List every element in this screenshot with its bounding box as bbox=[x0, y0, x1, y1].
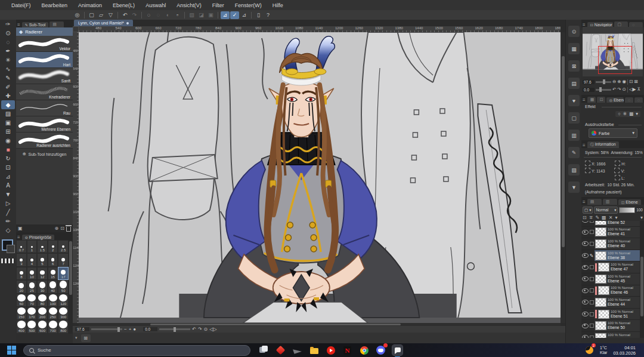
brush-size-120[interactable]: 120 bbox=[58, 294, 69, 307]
ruler-dropdown-icon[interactable]: ▾ bbox=[615, 215, 617, 220]
eye-icon[interactable] bbox=[582, 221, 589, 223]
collapse-chevron-icon[interactable]: ▾ bbox=[75, 336, 78, 340]
layer-visibility-cell[interactable] bbox=[581, 273, 589, 285]
brush-size-70[interactable]: 70 bbox=[27, 294, 38, 307]
save-file-icon[interactable]: ▽ bbox=[106, 11, 115, 19]
new-file-icon[interactable]: ▢ bbox=[87, 11, 96, 19]
layer-row-ebene-52[interactable]: 100 % NormalEbene 52 bbox=[581, 221, 640, 227]
zoom-tool-icon[interactable]: ⊙ bbox=[1, 29, 15, 38]
palette-color-combo[interactable]: ▢▾ bbox=[583, 207, 593, 214]
material-panel-icon[interactable]: ▦ bbox=[568, 43, 580, 54]
layer-thumbnail[interactable] bbox=[598, 263, 609, 272]
clip-studio-paint-icon[interactable] bbox=[392, 345, 402, 355]
invert-selection-icon[interactable]: ◐ bbox=[163, 11, 172, 19]
nav-rotate-right-icon[interactable]: ↷ bbox=[617, 87, 621, 92]
layer-row-ebene-38[interactable]: ✎100 % NormalEbene 38 bbox=[581, 250, 640, 262]
weather-widget[interactable]: 1°CKlar bbox=[600, 346, 607, 355]
brush-size-1.5[interactable]: 1.5 bbox=[37, 240, 48, 253]
layer-thumbnail[interactable] bbox=[595, 239, 606, 248]
brush-size-40[interactable]: 40 bbox=[48, 280, 58, 293]
layer-row-ebene-51[interactable]: 100 % NormalEbene 51 bbox=[581, 309, 640, 321]
layer-visibility-cell[interactable] bbox=[581, 261, 589, 273]
brush-size-400[interactable]: 400 bbox=[16, 320, 27, 333]
eyedropper-tool-icon[interactable]: ✒ bbox=[1, 47, 15, 56]
menu-burger-icon[interactable]: ≡ bbox=[583, 97, 586, 103]
menu-auswahl[interactable]: Auswahl bbox=[140, 2, 171, 8]
eye-icon[interactable] bbox=[582, 276, 589, 281]
tab-stub[interactable]: ▦ bbox=[587, 97, 596, 103]
snap-ruler-icon[interactable]: ⊿ bbox=[221, 11, 230, 19]
eye-icon[interactable] bbox=[582, 335, 589, 338]
color-swatches[interactable] bbox=[2, 239, 14, 255]
subtool-item-vektor[interactable]: Vektor bbox=[16, 36, 73, 52]
discord-icon[interactable] bbox=[376, 345, 386, 355]
help-icon[interactable]: ? bbox=[264, 11, 273, 19]
eye-icon[interactable] bbox=[582, 288, 589, 293]
tab-stub[interactable]: ◌ bbox=[634, 97, 643, 103]
brush-size-200[interactable]: 200 bbox=[37, 307, 48, 320]
layer-filter-icon[interactable]: ▾ bbox=[640, 215, 643, 220]
folder-panel-icon[interactable]: ▢ bbox=[568, 112, 580, 124]
subtool-group-header[interactable]: ◆ Radierer bbox=[16, 27, 73, 36]
brush-size-80[interactable]: 80 bbox=[37, 294, 48, 307]
eye-icon[interactable] bbox=[582, 241, 589, 246]
nav-zoom-in-icon[interactable]: ⊕ bbox=[617, 79, 621, 84]
border-effect-icon[interactable]: ○ bbox=[618, 112, 621, 116]
brush-size-3[interactable]: 3 bbox=[16, 253, 27, 266]
tab-layer-property[interactable]: ◎Ebeneneigenschaft bbox=[606, 97, 624, 103]
nav-zoom-out-icon[interactable]: ⊖ bbox=[612, 79, 616, 84]
layer-visibility-cell[interactable] bbox=[581, 221, 589, 226]
set-ruler-icon[interactable]: ✕ bbox=[609, 215, 613, 220]
layer-row-ebene-46[interactable]: 100 % NormalEbene 46 bbox=[581, 285, 640, 297]
brush-size-50[interactable]: 50 bbox=[58, 280, 69, 293]
redo-icon[interactable]: ↷ bbox=[130, 11, 139, 19]
layer-content[interactable]: 100 % NormalEbene 47 bbox=[595, 261, 640, 273]
nav-fit-icon[interactable]: ⊼ bbox=[637, 87, 640, 92]
timeline-toggle-icon[interactable]: ⊞ bbox=[81, 334, 91, 342]
tab-stub[interactable]: ▤ bbox=[587, 199, 602, 205]
layer-row-ebene-47[interactable]: 100 % NormalEbene 47 bbox=[581, 261, 640, 273]
layer-check-cell[interactable] bbox=[589, 285, 595, 297]
brush-size-15[interactable]: 15 bbox=[48, 267, 58, 280]
figure-tool-icon[interactable]: ▷ bbox=[1, 199, 15, 208]
rotate-left-icon[interactable]: ↶ bbox=[192, 327, 196, 332]
brush-size-250[interactable]: 250 bbox=[48, 307, 58, 320]
layer-row-ebene-45[interactable]: 100 % NormalEbene 45 bbox=[581, 273, 640, 285]
navigator-rotation-slider[interactable] bbox=[596, 89, 611, 91]
tab-stub[interactable]: ◌ bbox=[625, 97, 633, 103]
menu-dateif[interactable]: Datei(F) bbox=[6, 2, 36, 8]
layer-row-ebene-50[interactable]: 100 % NormalEbene 50 bbox=[581, 320, 640, 332]
catalog-panel-icon[interactable]: ▥ bbox=[568, 130, 580, 141]
canvas-vertical-scrollbar[interactable] bbox=[561, 32, 565, 323]
layer-check-cell[interactable]: ✎ bbox=[589, 250, 595, 261]
layer-check-cell[interactable] bbox=[589, 238, 595, 250]
layer-check-cell[interactable] bbox=[589, 227, 595, 238]
task-view-button[interactable] bbox=[259, 345, 269, 355]
eye-icon[interactable] bbox=[582, 265, 589, 270]
brush-size-7[interactable]: 7 bbox=[58, 253, 69, 266]
tab-brush-size[interactable]: ⊖Pinselgröße bbox=[22, 235, 54, 240]
eye-icon[interactable] bbox=[582, 300, 589, 304]
brush-size-800[interactable]: 800 bbox=[58, 320, 69, 333]
layer-content[interactable]: 100 % NormalEbene 44 bbox=[595, 297, 640, 308]
file-explorer-icon[interactable] bbox=[309, 345, 319, 355]
menu-bearbeiten[interactable]: Bearbeiten bbox=[36, 2, 73, 8]
layer-thumbnail[interactable] bbox=[595, 227, 606, 236]
layer-list-scrollbar[interactable] bbox=[640, 221, 644, 338]
weather-icon[interactable]: 2 bbox=[585, 345, 594, 355]
expression-color-dropdown[interactable]: Farbe ▾ bbox=[589, 128, 637, 138]
document-tab[interactable]: Lynn, Cyion und Ramiel* bbox=[74, 20, 133, 26]
scale-rotate-icon[interactable]: ▧ bbox=[187, 11, 196, 19]
rotate-view-tool-icon[interactable]: ↻ bbox=[1, 154, 15, 163]
pen-tool-icon[interactable]: ✎ bbox=[1, 73, 15, 82]
brush-size-2[interactable]: 2 bbox=[48, 240, 58, 253]
kneaded-eraser-tool-icon[interactable]: ◇ bbox=[1, 226, 15, 235]
menu-filter[interactable]: Filter bbox=[207, 2, 230, 8]
auto-select-tool-icon[interactable]: ✳ bbox=[1, 56, 15, 64]
zoom-reset-icon[interactable]: ● bbox=[133, 327, 136, 332]
layer-visibility-cell[interactable] bbox=[581, 309, 589, 320]
layer-row-ebene-53[interactable]: 100 % NormalEbene 53 bbox=[581, 332, 640, 338]
menu-ebenel[interactable]: Ebene(L) bbox=[107, 2, 140, 8]
canvas-viewport[interactable] bbox=[79, 32, 561, 323]
layer-content[interactable]: 100 % NormalEbene 45 bbox=[595, 273, 640, 285]
